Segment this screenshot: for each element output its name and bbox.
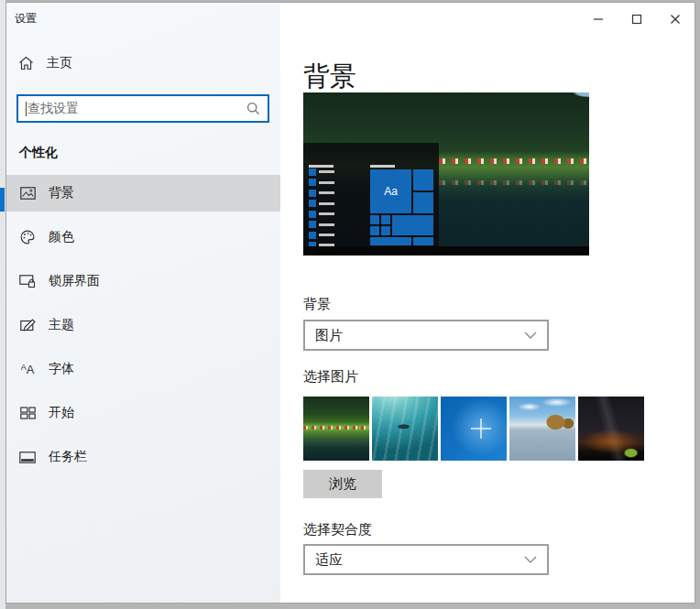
start-menu-tile <box>381 226 390 235</box>
picture-thumbnails <box>303 397 644 461</box>
sidebar-item-start[interactable]: 开始 <box>6 395 280 431</box>
minimize-icon <box>593 14 604 25</box>
background-type-dropdown[interactable]: 图片 <box>303 320 549 351</box>
thumbnail-fjord-landscape[interactable] <box>303 397 369 461</box>
thumbnail-windows-default-blue[interactable] <box>441 397 507 461</box>
page-title: 背景 <box>303 59 356 95</box>
search-icon[interactable] <box>246 102 260 115</box>
sidebar-item-label: 字体 <box>49 361 74 377</box>
sidebar-item-themes[interactable]: 主题 <box>6 307 280 343</box>
window-controls <box>579 3 695 36</box>
fit-dropdown[interactable]: 适应 <box>303 544 549 575</box>
lockscreen-icon <box>19 275 36 288</box>
sidebar-item-label: 背景 <box>49 185 74 201</box>
text-caret <box>26 102 27 116</box>
sidebar-home-label: 主页 <box>47 55 72 71</box>
chevron-down-icon <box>524 556 537 563</box>
sidebar-section-label: 个性化 <box>19 145 58 161</box>
start-menu-tile <box>413 169 433 190</box>
palette-icon <box>19 230 36 245</box>
start-menu-mockup: Aa <box>303 143 439 246</box>
sidebar-nav: 背景 颜色 锁屏界面 主题 AA <box>6 175 280 483</box>
start-menu-header-line <box>309 165 334 168</box>
taskbar-icon <box>19 451 36 463</box>
start-menu-tile <box>392 215 433 235</box>
close-button[interactable] <box>656 3 695 36</box>
sidebar: 主页 查找设置 个性化 背景 颜色 <box>6 3 280 603</box>
settings-window: 设置 主页 查找设置 个性化 <box>5 2 695 604</box>
close-icon <box>670 14 681 25</box>
start-menu-tiles-header-line <box>370 165 395 168</box>
sidebar-item-background[interactable]: 背景 <box>6 175 280 212</box>
browse-button[interactable]: 浏览 <box>303 470 382 498</box>
sidebar-item-taskbar[interactable]: 任务栏 <box>6 439 280 475</box>
sidebar-item-lockscreen[interactable]: 锁屏界面 <box>6 263 280 299</box>
sidebar-item-fonts[interactable]: AA 字体 <box>6 351 280 387</box>
thumbnail-underwater-diver[interactable] <box>372 397 438 461</box>
window-title: 设置 <box>15 11 37 27</box>
search-input[interactable]: 查找设置 <box>16 94 269 123</box>
tile-aa-label: Aa <box>384 185 398 198</box>
background-field-label: 背景 <box>303 296 331 313</box>
start-icon <box>19 407 36 419</box>
start-menu-tile <box>370 215 379 224</box>
picture-icon <box>19 187 36 200</box>
fonts-icon: AA <box>19 364 36 375</box>
start-menu-app-list-icons <box>309 169 316 246</box>
fit-value: 适应 <box>315 551 343 569</box>
sidebar-item-colors[interactable]: 颜色 <box>6 219 280 256</box>
background-preview-image: Aa <box>303 92 589 256</box>
start-menu-tile <box>413 192 433 213</box>
start-menu-tile <box>370 237 411 245</box>
choose-fit-label: 选择契合度 <box>303 521 372 538</box>
search-placeholder: 查找设置 <box>27 101 79 117</box>
sidebar-item-label: 颜色 <box>49 229 74 245</box>
home-icon <box>18 56 34 71</box>
start-menu-tile-large: Aa <box>370 169 411 213</box>
maximize-button[interactable] <box>618 3 656 36</box>
chevron-down-icon <box>524 332 537 339</box>
sidebar-item-label: 开始 <box>49 405 74 421</box>
sidebar-item-label: 锁屏界面 <box>49 273 100 289</box>
sidebar-item-label: 任务栏 <box>49 449 87 465</box>
background-type-value: 图片 <box>315 327 343 344</box>
preview-taskbar-strip <box>303 246 589 256</box>
choose-picture-label: 选择图片 <box>303 368 358 386</box>
sidebar-item-home[interactable]: 主页 <box>18 55 72 71</box>
accent-mark <box>0 188 5 212</box>
start-menu-app-list-labels <box>319 170 334 246</box>
start-menu-tile <box>381 215 390 224</box>
start-menu-tile <box>413 237 433 245</box>
thumbnail-beach-rocks[interactable] <box>509 397 575 461</box>
maximize-icon <box>631 14 642 25</box>
themes-icon <box>19 319 36 332</box>
sidebar-item-label: 主题 <box>49 317 74 333</box>
start-menu-tile <box>370 226 379 235</box>
minimize-button[interactable] <box>579 3 618 36</box>
thumbnail-night-sky-tent[interactable] <box>578 397 644 461</box>
